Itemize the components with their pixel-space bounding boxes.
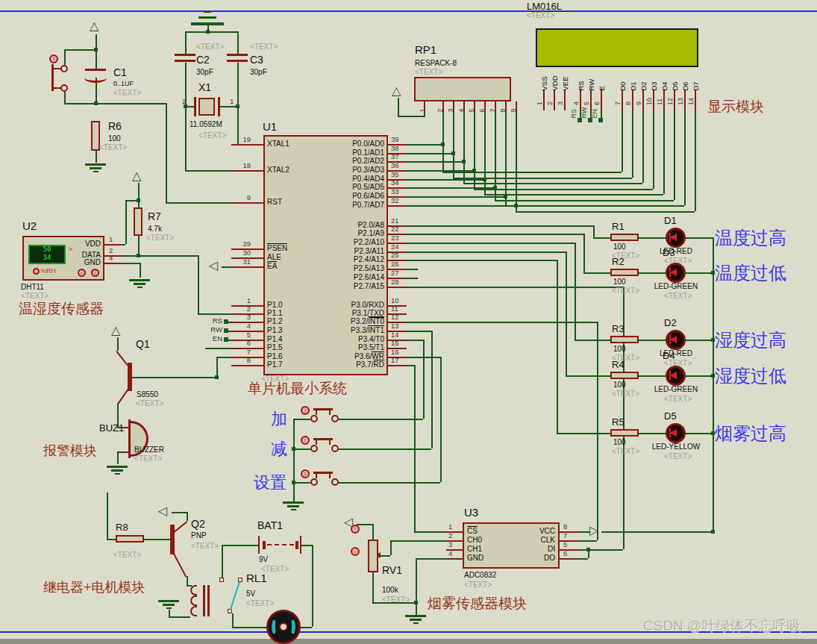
capacitor-ref: C2 bbox=[196, 54, 210, 66]
ground-icon bbox=[111, 469, 123, 472]
lcd-pin-RS: RS bbox=[577, 61, 585, 91]
wire bbox=[398, 116, 424, 117]
wire bbox=[198, 255, 199, 313]
capacitor-value: 30pF bbox=[250, 68, 267, 76]
key-button-terminal[interactable] bbox=[310, 445, 318, 452]
power-arrow-icon: ◁ bbox=[209, 260, 218, 272]
net-tag-RS: RS bbox=[206, 316, 222, 325]
wire bbox=[232, 627, 266, 628]
wire bbox=[414, 365, 416, 531]
text-placeholder: <TEXT> bbox=[664, 292, 692, 300]
wire bbox=[597, 322, 598, 540]
wire bbox=[639, 272, 666, 274]
ground-icon bbox=[283, 501, 304, 504]
reset-button-terminal[interactable] bbox=[60, 65, 68, 72]
resistor-R4[interactable] bbox=[610, 372, 639, 379]
pin-number: 15 bbox=[391, 339, 399, 347]
resistor-R7[interactable] bbox=[134, 207, 143, 236]
pot-rv1[interactable] bbox=[368, 540, 378, 572]
pin-stub bbox=[564, 90, 566, 110]
pin-number: 8 bbox=[563, 522, 567, 531]
wire bbox=[601, 531, 713, 533]
ground-icon bbox=[410, 619, 422, 621]
resistor-value: 100 bbox=[613, 243, 626, 251]
adc-part: ADC0832 bbox=[464, 571, 496, 579]
wire bbox=[122, 255, 138, 257]
led-ref: D4 bbox=[663, 350, 675, 361]
relay-arm[interactable] bbox=[230, 581, 240, 610]
resistor-R2[interactable] bbox=[610, 269, 639, 276]
reset-button-terminal[interactable] bbox=[60, 84, 68, 92]
mcu-pin-P0.7/AD7: P0.7/AD7 bbox=[298, 201, 384, 209]
wire bbox=[293, 482, 310, 484]
wire bbox=[232, 613, 234, 627]
adc-pin-DO: DO bbox=[522, 554, 555, 562]
wire bbox=[339, 482, 440, 484]
wire bbox=[407, 161, 463, 163]
capacitor-ref: C1 bbox=[113, 66, 127, 78]
junction-dot bbox=[472, 169, 476, 172]
ground-icon bbox=[163, 604, 175, 606]
dht11-down-button[interactable]: ↓ bbox=[91, 269, 99, 277]
wire bbox=[474, 112, 475, 189]
pot-up-button[interactable]: ↑ bbox=[351, 525, 360, 534]
respack-rp1[interactable] bbox=[414, 77, 511, 101]
resistor-R8[interactable] bbox=[116, 535, 144, 543]
junction-dot bbox=[514, 204, 518, 207]
wire bbox=[407, 331, 431, 332]
key-button-terminal[interactable] bbox=[331, 415, 339, 422]
key-button-actuator-icon[interactable]: ↕ bbox=[301, 436, 310, 445]
pin-stub bbox=[684, 90, 686, 110]
text-placeholder: <TEXT> bbox=[113, 551, 141, 559]
resistor-R5[interactable] bbox=[610, 429, 639, 437]
pin-stub bbox=[560, 531, 578, 533]
wire bbox=[642, 110, 644, 183]
net-tag-EN: EN bbox=[206, 334, 222, 343]
wire bbox=[495, 200, 674, 201]
key-button-terminal[interactable] bbox=[331, 478, 339, 486]
wire bbox=[442, 112, 444, 172]
crystal-X1[interactable] bbox=[198, 98, 215, 116]
module-caption: 显示模块 bbox=[707, 97, 764, 116]
key-button-terminal[interactable] bbox=[310, 478, 318, 486]
wire bbox=[695, 110, 696, 211]
wire bbox=[64, 103, 96, 104]
key-button-terminal[interactable] bbox=[310, 415, 318, 422]
resistor-R1[interactable] bbox=[610, 234, 639, 241]
dht11-up-button[interactable]: ↑ bbox=[78, 269, 86, 277]
key-button-actuator-icon[interactable]: ↕ bbox=[301, 469, 310, 478]
dht11-display-value: 50 bbox=[36, 246, 58, 253]
lcd-ref: LM016L bbox=[527, 1, 562, 12]
wire bbox=[557, 433, 610, 434]
reset-button-actuator-icon[interactable]: ↕ bbox=[49, 54, 58, 63]
key-button-actuator-icon[interactable]: ↕ bbox=[301, 406, 310, 415]
wire bbox=[440, 357, 442, 482]
pin-stub bbox=[231, 266, 263, 268]
relay-coil-icon bbox=[190, 595, 197, 606]
relay-contact[interactable] bbox=[219, 578, 224, 582]
wire bbox=[407, 251, 566, 253]
wire bbox=[122, 244, 125, 246]
wire bbox=[339, 448, 431, 450]
relay-core bbox=[203, 585, 205, 616]
lcd-pin-D1: D1 bbox=[629, 61, 637, 91]
pin-number: 30 bbox=[233, 248, 251, 257]
key-button-terminal[interactable] bbox=[331, 445, 339, 452]
wire bbox=[431, 331, 433, 448]
adc-pin-CS: CS bbox=[467, 527, 497, 535]
pin-number: 36 bbox=[391, 161, 399, 169]
text-placeholder: <TEXT> bbox=[612, 390, 639, 398]
pot-down-button[interactable]: ↓ bbox=[351, 547, 360, 556]
lcd-pin-VSS: VSS bbox=[540, 61, 548, 91]
wire bbox=[686, 237, 713, 239]
pin-number: 1 bbox=[448, 522, 452, 531]
resistor-ref: R8 bbox=[116, 522, 128, 533]
wire bbox=[228, 340, 231, 341]
power-arrow-icon: △ bbox=[111, 325, 120, 337]
crystal-plate bbox=[194, 97, 196, 116]
lcd-pin-D7: D7 bbox=[692, 61, 700, 91]
key-button-label: 设置 bbox=[254, 472, 287, 494]
pin-number: 14 bbox=[391, 331, 399, 339]
resistor-value: 4.7k bbox=[148, 225, 162, 233]
resistor-R3[interactable] bbox=[610, 336, 639, 343]
